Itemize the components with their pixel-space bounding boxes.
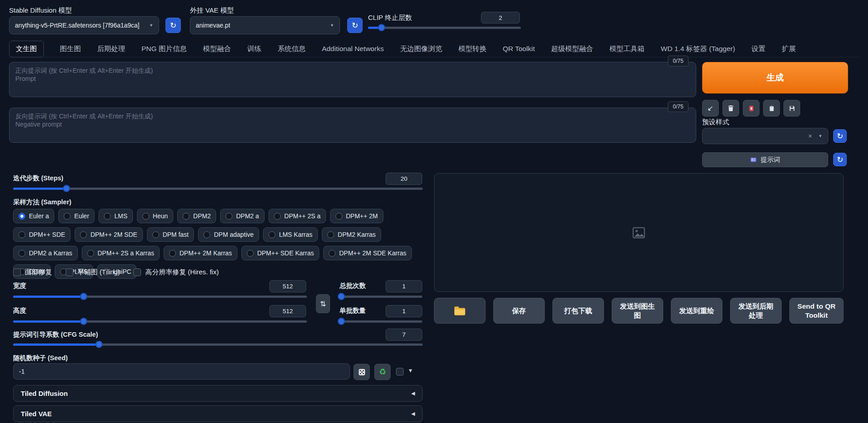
radio-icon xyxy=(329,250,335,257)
sampler-option[interactable]: DPM adaptive xyxy=(198,227,259,242)
tab-supermerger[interactable]: 超级模型融合 xyxy=(551,44,593,54)
clip-skip-value[interactable]: 2 xyxy=(481,12,520,24)
sampler-option[interactable]: DPM++ SDE Karras xyxy=(241,246,319,260)
refresh-vae-button[interactable]: ↻ xyxy=(347,18,363,33)
slider-thumb[interactable] xyxy=(95,341,103,348)
clear-prompt-button[interactable] xyxy=(722,100,739,117)
cfg-slider[interactable] xyxy=(13,340,423,348)
seed-extra-checkbox[interactable] xyxy=(396,368,404,376)
tab-system-info[interactable]: 系统信息 xyxy=(278,44,306,54)
sampler-option-label: DPM++ SDE Karras xyxy=(257,249,314,257)
tab-img2img[interactable]: 图生图 xyxy=(60,44,81,54)
tab-image-browsing[interactable]: 无边图像浏览 xyxy=(400,44,442,54)
batch-size-value[interactable]: 1 xyxy=(386,305,422,317)
reuse-seed-button[interactable]: ♻ xyxy=(374,364,391,380)
radio-icon xyxy=(274,213,281,220)
generate-button[interactable]: 生成 xyxy=(702,62,848,94)
tab-extensions[interactable]: 扩展 xyxy=(782,44,796,54)
tab-wd-tagger[interactable]: WD 1.4 标签器 (Tagger) xyxy=(661,44,736,54)
seed-extra-caret-icon[interactable]: ▼ xyxy=(408,367,413,374)
tab-png-info[interactable]: PNG 图片信息 xyxy=(142,44,187,54)
steps-value[interactable]: 20 xyxy=(386,173,422,185)
apply-style-button[interactable] xyxy=(763,100,780,117)
tab-settings[interactable]: 设置 xyxy=(751,44,765,54)
cfg-value[interactable]: 7 xyxy=(386,329,422,341)
tab-checkpoint-merger[interactable]: 模型融合 xyxy=(203,44,231,54)
zip-download-button[interactable]: 打包下载 xyxy=(552,298,604,324)
sampler-option[interactable]: DPM++ 2M SDE xyxy=(75,227,142,242)
clip-skip-slider[interactable] xyxy=(368,24,521,32)
steps-slider[interactable] xyxy=(13,184,423,193)
width-value[interactable]: 512 xyxy=(269,280,306,292)
height-slider[interactable] xyxy=(13,317,307,325)
sampler-option[interactable]: DPM++ 2M Karras xyxy=(164,246,237,260)
refresh-checkpoints-button[interactable]: ↻ xyxy=(165,18,181,33)
sampler-option[interactable]: DPM fast xyxy=(147,227,194,242)
sampler-option[interactable]: LMS xyxy=(99,209,133,223)
sampler-option[interactable]: DPM++ SDE xyxy=(13,227,71,242)
save-button[interactable]: 保存 xyxy=(493,298,545,324)
vae-model-dropdown[interactable]: animevae.pt ▼ xyxy=(190,16,340,34)
styles-dropdown[interactable]: × ▼ xyxy=(702,128,828,144)
sampler-option[interactable]: LMS Karras xyxy=(263,227,318,242)
extra-networks-button[interactable]: 提示词 xyxy=(702,152,828,167)
sampler-option[interactable]: DPM2 a xyxy=(220,209,264,223)
tab-extras[interactable]: 后期处理 xyxy=(97,44,125,54)
sampler-option[interactable]: DPM2 Karras xyxy=(322,227,381,242)
dice-icon xyxy=(358,368,366,376)
height-value[interactable]: 512 xyxy=(269,305,306,317)
send-to-inpaint-button[interactable]: 发送到重绘 xyxy=(671,298,722,324)
slider-thumb[interactable] xyxy=(338,293,345,300)
batch-size-slider[interactable] xyxy=(340,317,422,325)
batch-count-value[interactable]: 1 xyxy=(386,280,422,292)
sampler-option[interactable]: DPM++ 2S a Karras xyxy=(82,246,160,260)
send-to-img2img-button[interactable]: 发送到图生图 xyxy=(612,298,663,324)
slider-thumb[interactable] xyxy=(63,185,70,192)
extra-networks-toggle-button[interactable] xyxy=(743,100,760,117)
sampler-option[interactable]: Euler a xyxy=(13,209,54,223)
sampler-option[interactable]: DPM++ 2S a xyxy=(269,209,326,223)
tab-model-converter[interactable]: 模型转换 xyxy=(458,44,486,54)
tab-additional-networks[interactable]: Additional Networks xyxy=(322,45,384,53)
batch-count-slider[interactable] xyxy=(340,292,422,301)
open-folder-button[interactable] xyxy=(434,298,486,324)
chevron-down-icon: ▼ xyxy=(815,134,822,138)
refresh-styles-button[interactable]: ↻ xyxy=(833,129,847,143)
negative-prompt-input[interactable] xyxy=(9,108,696,143)
hires-fix-checkbox[interactable]: 高分辨率修复 (Hires. fix) xyxy=(133,268,219,277)
sd-model-dropdown[interactable]: anything-v5-PrtRE.safetensors [7f96a1a9c… xyxy=(9,16,159,34)
tab-txt2img[interactable]: 文生图 xyxy=(9,41,44,57)
tiled-diffusion-accordion[interactable]: Tiled Diffusion ◀ xyxy=(13,385,423,402)
tiled-vae-accordion[interactable]: Tiled VAE ◀ xyxy=(13,405,423,422)
sampler-option[interactable]: Euler xyxy=(58,209,94,223)
swap-dimensions-button[interactable]: ⇅ xyxy=(316,294,330,313)
restore-faces-checkbox[interactable]: 面部修复 xyxy=(13,268,52,277)
save-style-button[interactable] xyxy=(783,100,800,117)
sampler-option[interactable]: DPM++ 2M SDE Karras xyxy=(323,246,412,260)
sampler-option-label: DPM++ 2S a xyxy=(284,212,321,220)
slider-thumb[interactable] xyxy=(80,318,87,325)
sampler-label: 采样方法 (Sampler) xyxy=(13,198,71,207)
sampler-option-label: DPM2 a Karras xyxy=(29,249,72,257)
paste-params-button[interactable]: ↙ xyxy=(702,100,719,117)
refresh-extra-networks-button[interactable]: ↻ xyxy=(833,153,847,166)
slider-thumb[interactable] xyxy=(378,24,385,31)
tab-model-toolkit[interactable]: 模型工具箱 xyxy=(609,44,645,54)
sampler-option[interactable]: DPM2 a Karras xyxy=(13,246,78,260)
random-seed-button[interactable] xyxy=(354,364,370,380)
tab-qr-toolkit[interactable]: QR Toolkit xyxy=(503,45,535,53)
sampler-option[interactable]: DPM2 xyxy=(177,209,216,223)
clear-icon[interactable]: × xyxy=(805,132,815,140)
width-slider[interactable] xyxy=(13,292,307,301)
slider-thumb[interactable] xyxy=(338,318,345,325)
sampler-option[interactable]: DPM++ 2M xyxy=(330,209,383,223)
send-to-extras-button[interactable]: 发送到后期处理 xyxy=(730,298,782,324)
sampler-option[interactable]: Heun xyxy=(137,209,173,223)
styles-label: 预设样式 xyxy=(702,118,729,127)
slider-thumb[interactable] xyxy=(80,293,87,300)
tiling-checkbox[interactable]: 平铺图 (Tiling) xyxy=(66,268,120,277)
prompt-input[interactable] xyxy=(9,62,696,97)
tab-train[interactable]: 训练 xyxy=(247,44,261,54)
send-to-qr-toolkit-button[interactable]: Send to QR Toolkit xyxy=(789,298,844,324)
seed-input[interactable] xyxy=(13,363,350,380)
